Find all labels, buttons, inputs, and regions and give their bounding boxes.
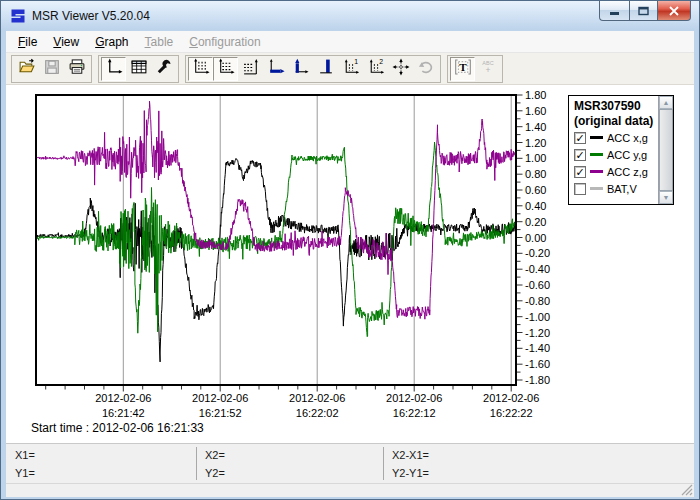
legend-item-label: ACC x,g	[607, 132, 648, 144]
app-logo-icon	[10, 8, 26, 24]
save-button	[39, 57, 64, 81]
legend-checkbox[interactable]: ✓	[574, 132, 586, 144]
grid-right-icon	[242, 58, 260, 80]
grid-vertical-button[interactable]	[188, 57, 213, 81]
chart-area: 1.801.601.401.201.000.800.600.400.200.00…	[6, 85, 694, 443]
axis-1-icon: 1	[342, 58, 360, 80]
toolbar-group-2	[98, 55, 179, 83]
open-icon	[18, 58, 36, 80]
maximize-button[interactable]	[629, 1, 658, 21]
x-tick-label-date: 2012-02-06	[483, 392, 539, 404]
svg-text:1: 1	[354, 58, 358, 65]
text-label-button[interactable]: T	[450, 57, 475, 81]
x-tick-label-date: 2012-02-06	[95, 392, 151, 404]
panel-divider	[383, 447, 384, 480]
x-tick-label-time: 16:22:22	[490, 407, 533, 419]
toolbar-group-3: 12	[185, 55, 441, 83]
minimize-button[interactable]	[599, 1, 629, 21]
graph-axes-button[interactable]	[101, 57, 126, 81]
pan-button[interactable]	[388, 57, 413, 81]
menu-graph[interactable]: Graph	[87, 32, 136, 52]
save-icon	[43, 58, 61, 80]
y-tick-label: 0.60	[525, 184, 546, 196]
x-tick-label-time: 16:22:12	[393, 407, 436, 419]
series-acc-y-g	[36, 142, 516, 337]
x-axis-icon	[267, 58, 285, 80]
series-acc-z-g	[36, 101, 516, 319]
y-tick-label: -0.60	[525, 279, 550, 291]
caption-buttons	[599, 1, 691, 21]
menu-table: Table	[137, 32, 182, 52]
legend-item-label: ACC z,g	[607, 166, 648, 178]
grid-horizontal-icon	[217, 58, 235, 80]
measure-label-x1: X1=	[15, 449, 35, 461]
open-button[interactable]	[14, 57, 39, 81]
grid-right-button[interactable]	[238, 57, 263, 81]
annotation-icon: ABC+	[479, 58, 497, 80]
y-tick-label: 1.40	[525, 121, 546, 133]
svg-text:+: +	[485, 65, 490, 75]
print-icon	[68, 58, 86, 80]
svg-text:T: T	[459, 60, 467, 72]
measure-label-x2-x1: X2-X1=	[392, 449, 429, 461]
menu-configuration: Configuration	[181, 32, 268, 52]
legend-checkbox[interactable]: ✓	[574, 166, 586, 178]
menu-view[interactable]: View	[45, 32, 87, 52]
y-tick-label: 0.40	[525, 200, 546, 212]
measure-label-y2: Y2=	[205, 467, 225, 479]
scrollbar-thumb[interactable]	[659, 109, 673, 191]
graph-axes-icon	[105, 58, 123, 80]
y-tick-label: -0.80	[525, 295, 550, 307]
y-axis-button[interactable]	[288, 57, 313, 81]
measure-label-y1: Y1=	[15, 467, 35, 479]
y-tick-label: 0.20	[525, 216, 546, 228]
measure-label-x2: X2=	[205, 449, 225, 461]
x-axis-button[interactable]	[263, 57, 288, 81]
svg-text:2: 2	[379, 58, 383, 65]
window-title: MSR Viewer V5.20.04	[32, 9, 150, 23]
annotation-button: ABC+	[475, 57, 500, 81]
toolbar-group-1	[11, 55, 92, 83]
close-button[interactable]	[658, 1, 691, 21]
legend-checkbox[interactable]	[574, 183, 586, 195]
axis-2-icon: 2	[367, 58, 385, 80]
y-tick-label: 0.80	[525, 168, 546, 180]
axis-1-button[interactable]: 1	[338, 57, 363, 81]
measurement-panel: X1=Y1=X2=Y2=X2-X1=Y2-Y1=	[6, 443, 694, 483]
pan-icon	[392, 58, 410, 80]
cursor-bar-button[interactable]	[313, 57, 338, 81]
toolbar-group-4: TABC+	[447, 55, 503, 83]
minimize-icon	[609, 6, 620, 16]
tools-button[interactable]	[151, 57, 176, 81]
measure-label-y2-y1: Y2-Y1=	[392, 467, 429, 479]
close-icon	[668, 6, 680, 16]
scroll-down-icon[interactable]: ▼	[659, 191, 673, 204]
series-color-swatch	[590, 170, 603, 173]
axis-2-button[interactable]: 2	[363, 57, 388, 81]
x-tick-label-date: 2012-02-06	[386, 392, 442, 404]
grid-horizontal-button[interactable]	[213, 57, 238, 81]
y-tick-label: 1.20	[525, 137, 546, 149]
x-tick-label-date: 2012-02-06	[289, 392, 345, 404]
maximize-icon	[638, 6, 649, 16]
legend-scrollbar[interactable]: ▲ ▼	[658, 96, 673, 204]
series-color-swatch	[590, 187, 603, 190]
resize-grip[interactable]	[681, 484, 693, 496]
table-view-button[interactable]	[126, 57, 151, 81]
menu-bar: FileViewGraphTableConfiguration	[6, 31, 694, 53]
scroll-up-icon[interactable]: ▲	[659, 96, 673, 109]
panel-divider	[196, 447, 197, 480]
y-tick-label: 0.00	[525, 232, 546, 244]
legend-checkbox[interactable]: ✓	[574, 149, 586, 161]
legend-item-label: BAT,V	[607, 183, 637, 195]
grid-vertical-icon	[192, 58, 210, 80]
tools-icon	[155, 58, 173, 80]
toolbar: 12TABC+	[6, 53, 694, 85]
menu-file[interactable]: File	[10, 32, 45, 52]
legend-panel: MSR307590 (original data) ✓ACC x,g✓ACC y…	[568, 95, 674, 205]
title-bar[interactable]: MSR Viewer V5.20.04	[1, 1, 699, 30]
x-tick-label-time: 16:21:42	[102, 407, 145, 419]
series-color-swatch	[590, 136, 603, 139]
x-tick-label-time: 16:22:02	[296, 407, 339, 419]
print-button[interactable]	[64, 57, 89, 81]
